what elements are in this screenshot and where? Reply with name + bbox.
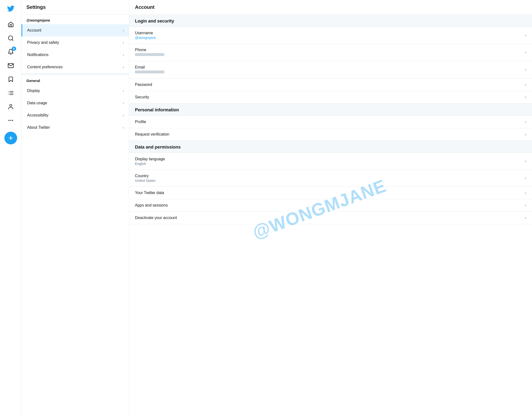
settings-divider xyxy=(22,73,129,75)
deactivate-label: Deactivate your account xyxy=(135,216,521,220)
main-panel: Account Login and security Username @won… xyxy=(129,0,532,418)
display-language-value: English xyxy=(135,162,521,166)
display-language-item[interactable]: Display language English › xyxy=(129,153,532,170)
security-item[interactable]: Security › xyxy=(129,91,532,104)
profile-label: Profile xyxy=(135,120,521,124)
chevron-icon: › xyxy=(123,53,124,57)
twitter-logo[interactable] xyxy=(4,2,17,16)
phone-masked xyxy=(135,53,164,56)
chevron-right-icon: › xyxy=(525,191,526,195)
nav-bookmarks[interactable] xyxy=(4,73,17,86)
chevron-icon: › xyxy=(123,65,124,69)
password-item[interactable]: Password › xyxy=(129,79,532,91)
chevron-icon: › xyxy=(123,89,124,93)
chevron-right-icon: › xyxy=(525,176,526,180)
svg-point-10 xyxy=(12,120,13,121)
chevron-right-icon: › xyxy=(525,33,526,37)
email-masked xyxy=(135,70,164,73)
username-value: @wongmjane xyxy=(135,36,521,40)
chevron-right-icon: › xyxy=(525,203,526,208)
nav-messages[interactable] xyxy=(4,59,17,72)
email-label: Email xyxy=(135,65,521,70)
svg-point-8 xyxy=(10,104,12,106)
apps-sessions-item[interactable]: Apps and sessions › xyxy=(129,199,532,212)
general-section-title: General xyxy=(22,75,129,85)
compose-button[interactable] xyxy=(4,132,17,144)
settings-item-content[interactable]: Content preferences › xyxy=(22,61,129,73)
chevron-right-icon: › xyxy=(525,120,526,124)
nav-explore[interactable] xyxy=(4,32,17,45)
chevron-right-icon: › xyxy=(525,95,526,99)
nav-more[interactable] xyxy=(4,114,17,127)
svg-point-11 xyxy=(9,120,9,121)
left-navigation: 8 xyxy=(0,0,22,418)
settings-item-about[interactable]: About Twitter › xyxy=(22,121,129,134)
apps-sessions-label: Apps and sessions xyxy=(135,203,521,208)
request-verification-item[interactable]: Request verification › xyxy=(129,128,532,141)
chevron-right-icon: › xyxy=(525,82,526,87)
data-permissions-title: Data and permissions xyxy=(129,141,532,153)
username-item[interactable]: Username @wongmjane › xyxy=(129,27,532,44)
settings-item-accessibility[interactable]: Accessibility › xyxy=(22,109,129,121)
nav-notifications[interactable]: 8 xyxy=(4,46,17,58)
chevron-icon: › xyxy=(123,41,124,45)
country-value: United States xyxy=(135,179,521,183)
chevron-right-icon: › xyxy=(525,132,526,137)
settings-item-display[interactable]: Display › xyxy=(22,85,129,97)
chevron-icon: › xyxy=(123,28,124,32)
chevron-right-icon: › xyxy=(525,159,526,163)
phone-label: Phone xyxy=(135,48,521,52)
chevron-right-icon: › xyxy=(525,68,526,72)
settings-item-notifications[interactable]: Notifications › xyxy=(22,49,129,61)
chevron-right-icon: › xyxy=(525,216,526,220)
settings-item-data-usage[interactable]: Data usage › xyxy=(22,97,129,109)
country-item[interactable]: Country United States › xyxy=(129,170,532,187)
settings-item-account[interactable]: Account › xyxy=(22,24,129,36)
phone-item[interactable]: Phone › xyxy=(129,44,532,61)
main-title: Account xyxy=(129,0,532,15)
display-language-label: Display language xyxy=(135,157,521,161)
twitter-data-item[interactable]: Your Twitter data › xyxy=(129,187,532,199)
email-item[interactable]: Email › xyxy=(129,61,532,79)
settings-panel: Settings @wongmjane Account › Privacy an… xyxy=(22,0,129,418)
chevron-icon: › xyxy=(123,126,124,129)
nav-profile[interactable] xyxy=(4,100,17,113)
nav-home[interactable] xyxy=(4,18,17,31)
personal-info-title: Personal information xyxy=(129,104,532,116)
login-security-title: Login and security xyxy=(129,15,532,27)
chevron-icon: › xyxy=(123,113,124,117)
profile-item[interactable]: Profile › xyxy=(129,116,532,128)
settings-title: Settings xyxy=(22,0,129,15)
chevron-icon: › xyxy=(123,101,124,105)
notifications-badge: 8 xyxy=(12,46,16,51)
nav-lists[interactable] xyxy=(4,87,17,99)
chevron-right-icon: › xyxy=(525,50,526,55)
country-label: Country xyxy=(135,174,521,178)
settings-item-privacy[interactable]: Privacy and safety › xyxy=(22,36,129,49)
request-verification-label: Request verification xyxy=(135,132,521,137)
password-label: Password xyxy=(135,82,521,87)
deactivate-item[interactable]: Deactivate your account › xyxy=(129,212,532,224)
svg-line-1 xyxy=(12,39,13,41)
account-handle: @wongmjane xyxy=(22,15,129,24)
svg-point-9 xyxy=(10,120,11,121)
security-label: Security xyxy=(135,95,521,99)
username-label: Username xyxy=(135,31,521,35)
twitter-data-label: Your Twitter data xyxy=(135,191,521,195)
